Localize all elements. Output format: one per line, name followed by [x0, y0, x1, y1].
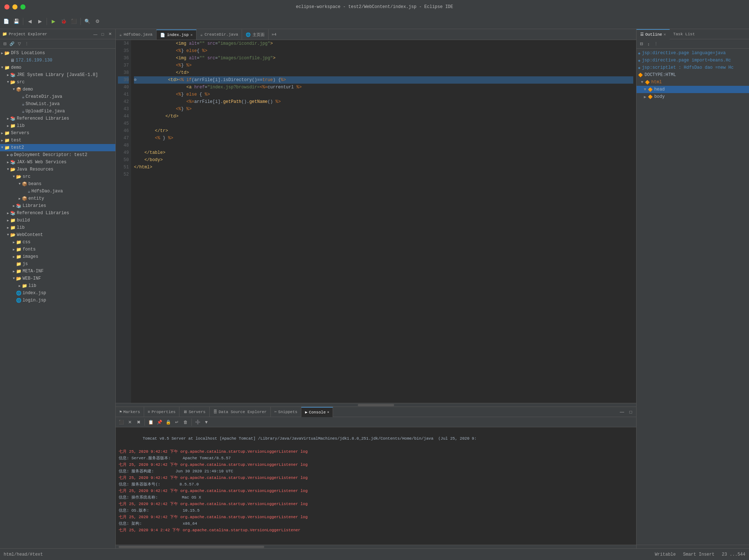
close-tab-icon[interactable]: ✕: [190, 33, 193, 37]
tree-item-js[interactable]: 📁 js: [0, 260, 115, 268]
outline-directive-import[interactable]: ◈ jsp:directive.page import=beans.Hc: [637, 57, 749, 64]
view-menu[interactable]: ⋮: [23, 41, 30, 47]
forward-button[interactable]: ▶: [35, 17, 45, 26]
stop-button[interactable]: ⬛: [69, 17, 79, 26]
console-options[interactable]: ▼: [202, 418, 210, 426]
save-button[interactable]: 💾: [12, 17, 21, 26]
remove-all[interactable]: ✖: [135, 418, 143, 426]
tab-hdfsdao[interactable]: ☕ HdfsDao.java: [116, 29, 156, 40]
tree-item-deploy-desc[interactable]: ▶ ⚙ Deployment Descriptor: test2: [0, 151, 115, 159]
new-console[interactable]: ➕: [194, 418, 202, 426]
tree-item-test[interactable]: ▶ 📁 test: [0, 137, 115, 144]
minimize-button[interactable]: [12, 4, 17, 9]
outline-head[interactable]: ▼ 🔶 head: [637, 86, 749, 93]
tree-item-lib3[interactable]: ▶ 📁 lib: [0, 282, 115, 289]
tree-item-login-jsp[interactable]: 🌐 login.jsp: [0, 297, 115, 304]
tree-item-jaxws[interactable]: ▶ 📚 JAX-WS Web Services: [0, 159, 115, 166]
run-button[interactable]: ▶: [49, 17, 58, 26]
tree-item-jre[interactable]: ▶ 📚 JRE System Library [JavaSE-1.8]: [0, 71, 115, 79]
outline-label: jsp:directive.page language=java: [642, 51, 726, 56]
link-with-editor[interactable]: 🔗: [9, 41, 15, 47]
tab-createdir[interactable]: ☕ CreateDir.java: [197, 29, 242, 40]
outline-directive-lang[interactable]: ◈ jsp:directive.page language=java: [637, 49, 749, 57]
open-console[interactable]: 📋: [147, 418, 155, 426]
tree-item-lib2[interactable]: ▶ 📁 lib: [0, 224, 115, 231]
tree-item-src2[interactable]: ▼ 📂 src: [0, 173, 115, 180]
tree-item-webcontent[interactable]: ▼ 📂 WebContent: [0, 231, 115, 239]
tree-item-demo[interactable]: ▼ 📁 demo: [0, 64, 115, 71]
tree-item-images[interactable]: ▶ 📁 images: [0, 253, 115, 260]
word-wrap[interactable]: ↵: [173, 418, 181, 426]
tree-item-libraries[interactable]: ▶ 📚 Libraries: [0, 202, 115, 209]
separator: [144, 419, 145, 426]
console-content[interactable]: Tomcat v8.5 Server at localhost [Apache …: [116, 427, 636, 545]
tree-item-test2[interactable]: ▼ 📁 test2: [0, 144, 115, 151]
tree-item-hdfsdao[interactable]: ☕ HdfsDao.java: [0, 188, 115, 195]
tree-item-web-inf[interactable]: ▼ 📂 WEB-INF: [0, 275, 115, 282]
tree-item-demo-pkg[interactable]: ▼ 📦 demo: [0, 86, 115, 93]
back-button[interactable]: ◀: [25, 17, 35, 26]
tab-task-list[interactable]: Task List: [670, 29, 698, 39]
stop-console[interactable]: ⬛: [117, 418, 125, 426]
tab-markers[interactable]: ⚑ Markers: [116, 407, 144, 417]
filter-btn[interactable]: ▽: [16, 41, 23, 47]
tab-mainpage[interactable]: 🌐 主页面: [242, 29, 269, 40]
tab-servers[interactable]: 🖥 Servers: [179, 407, 209, 417]
outline-collapse[interactable]: ⊟: [638, 41, 645, 47]
outline-doctype[interactable]: 🔶 DOCTYPE:HTML: [637, 71, 749, 79]
console-line-13: 七月 25, 2020 9:4 2:42 下午 org.apache.catal…: [119, 527, 633, 533]
tree-item-build[interactable]: ▶ 📁 build: [0, 217, 115, 224]
debug-button[interactable]: 🐞: [59, 17, 68, 26]
tree-item-ref-libs[interactable]: ▶ 📚 Referenced Libraries: [0, 209, 115, 217]
close-outline-tab[interactable]: ✕: [663, 32, 666, 37]
editor-content[interactable]: 34 35 36 37 38 39 40 41 42 43 44 45 46 4…: [116, 40, 636, 403]
tab-console[interactable]: ▶ Console ✕: [301, 407, 333, 417]
expand-arrow: ▶: [17, 284, 22, 288]
tree-item-lib-demo[interactable]: ▶ 📁 lib: [0, 122, 115, 129]
tab-overflow[interactable]: »4: [269, 29, 279, 40]
maximize-button[interactable]: [20, 4, 25, 9]
tree-item-uploadfile[interactable]: ☕ UploadFile.java: [0, 108, 115, 115]
collapse-all[interactable]: ⊟: [1, 41, 8, 47]
tree-item-meta-inf[interactable]: ▶ 📁 META-INF: [0, 268, 115, 275]
tab-index-jsp[interactable]: 📄 index.jsp ✕: [156, 29, 197, 40]
minimize-view[interactable]: —: [618, 408, 626, 416]
tree-item-createdir[interactable]: ☕ CreateDir.java: [0, 93, 115, 100]
close-button[interactable]: [4, 4, 9, 9]
code-lines[interactable]: <img alt="" src="images/icondir.jpg"> <%…: [131, 40, 636, 403]
pin-console[interactable]: 📌: [155, 418, 163, 426]
tree-item-java-res[interactable]: ▼ 📂 Java Resources: [0, 166, 115, 173]
tree-item-index-jsp[interactable]: 🌐 index.jsp: [0, 289, 115, 297]
tree-item-entity[interactable]: ▶ 📦 entity: [0, 195, 115, 202]
tree-item-ip[interactable]: 🖥 172.16.199.130: [0, 57, 115, 64]
tab-snippets[interactable]: ✂ Snippets: [271, 407, 301, 417]
traffic-lights: [4, 4, 25, 9]
outline-html[interactable]: ▼ 🔶 html: [637, 79, 749, 86]
outline-scriptlet[interactable]: ◈ jsp:scriptlet : HdfsDao dao =new Hc: [637, 64, 749, 71]
close-tab-icon[interactable]: ✕: [327, 410, 329, 414]
panel-close[interactable]: ✕: [107, 31, 113, 37]
clear-console[interactable]: 🗑: [182, 418, 190, 426]
tree-item-showlist[interactable]: ☕ ShowList.java: [0, 100, 115, 108]
scroll-lock[interactable]: 🔒: [164, 418, 172, 426]
tree-item-src[interactable]: ▼ 📂 src: [0, 79, 115, 86]
outline-menu[interactable]: ⋮: [653, 41, 659, 47]
tree-item-servers[interactable]: ▶ 📁 Servers: [0, 129, 115, 137]
panel-minimize[interactable]: —: [92, 31, 99, 37]
tree-item-dfs-locations[interactable]: ▶ 📂 DFS Locations: [0, 49, 115, 57]
tab-data-source-explorer[interactable]: 🗄 Data Source Explorer: [210, 407, 271, 417]
search-button[interactable]: 🔍: [83, 17, 92, 26]
settings-button[interactable]: ⚙: [93, 17, 102, 26]
tree-item-css[interactable]: ▶ 📁 css: [0, 239, 115, 246]
disconnect[interactable]: ✕: [126, 418, 134, 426]
outline-sort[interactable]: ↕: [645, 41, 652, 47]
tree-item-ref-libs-demo[interactable]: ▶ 📚 Referenced Libraries: [0, 115, 115, 122]
tab-outline[interactable]: ☰ Outline ✕: [637, 29, 670, 39]
new-button[interactable]: 📄: [1, 17, 11, 26]
tree-item-fonts[interactable]: ▶ 📁 fonts: [0, 246, 115, 253]
tree-item-beans[interactable]: ▼ 📦 beans: [0, 180, 115, 188]
maximize-view[interactable]: □: [627, 408, 635, 416]
outline-body[interactable]: ▶ 🔶 body: [637, 93, 749, 100]
panel-maximize[interactable]: □: [99, 31, 106, 37]
tab-properties[interactable]: ≡ Properties: [144, 407, 180, 417]
